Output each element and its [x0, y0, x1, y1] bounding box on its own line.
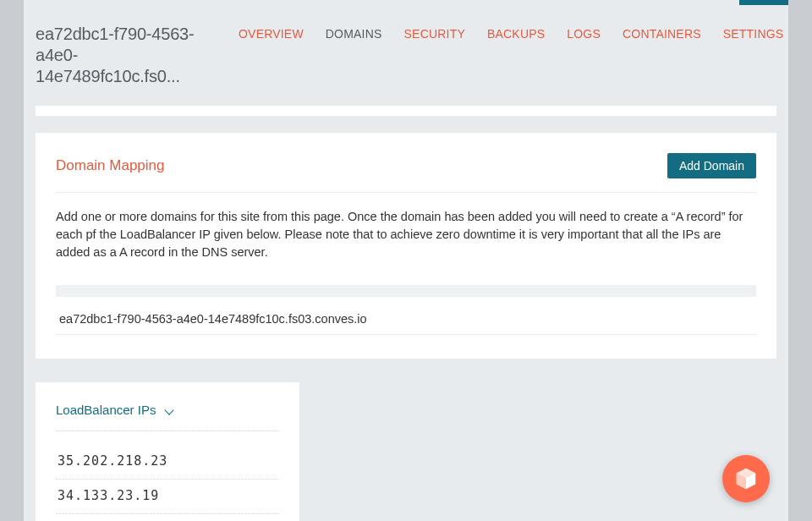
loadbalancer-card: LoadBalancer IPs 35.202.218.2334.133.23.… [36, 382, 299, 521]
help-fab[interactable] [722, 455, 770, 502]
site-title: ea72dbc1-f790-4563-a4e0-14e7489fc10c.fs0… [36, 24, 222, 87]
domain-mapping-card: Domain Mapping Add Domain Add one or mor… [36, 133, 776, 359]
add-domain-button[interactable]: Add Domain [667, 153, 756, 178]
tab-settings[interactable]: SETTINGS [723, 27, 784, 41]
chevron-down-icon [164, 404, 176, 416]
loadbalancer-toggle[interactable]: LoadBalancer IPs [56, 403, 279, 431]
tab-containers[interactable]: CONTAINERS [623, 27, 701, 41]
domain-row: ea72dbc1-f790-4563-a4e0-14e7489fc10c.fs0… [56, 305, 756, 335]
card-title: Domain Mapping [56, 157, 165, 174]
ip-row: 34.133.23.19 [56, 480, 279, 514]
tab-logs[interactable]: LOGS [567, 27, 601, 41]
tab-backups[interactable]: BACKUPS [487, 27, 545, 41]
help-text: Add one or more domains for this site fr… [56, 208, 756, 261]
top-right-accent [739, 0, 788, 5]
tab-domains[interactable]: DOMAINS [326, 27, 382, 41]
ip-row: 35.202.218.23 [56, 445, 279, 480]
box-icon [733, 466, 759, 491]
tab-security[interactable]: SECURITY [404, 27, 465, 41]
table-header-band [56, 285, 756, 297]
page-header: ea72dbc1-f790-4563-a4e0-14e7489fc10c.fs0… [24, 0, 788, 106]
card-header: Domain Mapping Add Domain [56, 153, 756, 193]
nav-tabs: OVERVIEWDOMAINSSECURITYBACKUPSLOGSCONTAI… [239, 24, 783, 41]
tab-overview[interactable]: OVERVIEW [239, 27, 304, 41]
divider-bar [36, 106, 776, 116]
loadbalancer-title: LoadBalancer IPs [56, 403, 156, 417]
support-text: If you have any question, or require ass… [56, 514, 279, 521]
